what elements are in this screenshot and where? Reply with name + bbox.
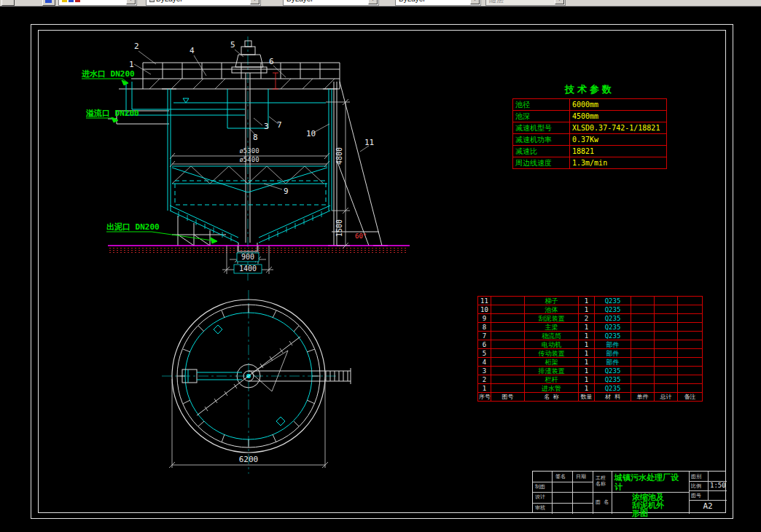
- number-label: 图号: [691, 493, 701, 498]
- sheet-size: A2: [689, 504, 727, 509]
- param-value: 6000mm: [570, 99, 667, 111]
- overflow-label: 溢流口 DN200: [86, 108, 139, 119]
- chevron-down-icon[interactable]: ▼: [126, 0, 136, 4]
- callout-8: 8: [253, 133, 258, 142]
- scale-value: 1:50: [710, 482, 726, 488]
- dim-cone-height: 1500: [335, 219, 343, 237]
- chevron-down-icon[interactable]: ▼: [470, 0, 480, 4]
- table-row: 3排渣装置1Q235: [478, 367, 703, 375]
- toolbar-button[interactable]: [1, 0, 15, 6]
- designer-label: 设计: [535, 494, 545, 500]
- project-name: 城镇污水处理厂设计: [614, 473, 682, 492]
- table-row: 减速机型号XLSD0.37-742-1/18821: [513, 122, 667, 134]
- color-combo[interactable]: ByLayer ▼: [146, 0, 261, 6]
- param-label: 减速机功率: [513, 134, 570, 146]
- tech-parameters-title: 技术参数: [512, 83, 667, 96]
- parts-header-row: 序号图号名 称数量材 料单件总计备注: [478, 393, 703, 402]
- scale-label: 比例: [691, 483, 701, 489]
- make-layer-current-button[interactable]: [42, 0, 55, 6]
- dim-dia-inner: ø5300: [239, 147, 259, 154]
- date-col-label: 日期: [576, 474, 586, 480]
- table-row: 11梯子1Q235: [478, 297, 703, 305]
- param-value: XLSD0.37-742-1/18821: [570, 122, 667, 134]
- table-row: 9刮泥装置2Q235: [478, 314, 703, 323]
- linetype-combo[interactable]: ByLayer ▼: [283, 0, 379, 6]
- layer-state-icon: [62, 0, 67, 2]
- dim-depth-main: 4800: [335, 147, 343, 165]
- table-row: 7稳流筒1Q235: [478, 332, 703, 340]
- table-row: 8主梁1Q235: [478, 323, 703, 332]
- lineweight-combo[interactable]: ByLayer ▼: [395, 0, 481, 6]
- param-value: 1.3m/min: [570, 157, 667, 169]
- linetype-value: ByLayer: [286, 0, 313, 3]
- table-row: 减速机功率0.37Kw: [513, 134, 667, 146]
- color-swatch-icon: [149, 0, 155, 2]
- callout-11: 11: [364, 138, 374, 147]
- chevron-down-icon: ▼: [555, 0, 564, 4]
- drawing-canvas[interactable]: 4800 1500 ø5300 ø5400 900 1400 60° 1 2 3…: [0, 0, 761, 532]
- object-properties-toolbar: ▼ ByLayer ▼ ByLayer ▼ ByLayer ▼ 随层 ▼: [0, 0, 761, 7]
- tech-parameters-panel: 技术参数 池径6000mm 池深4500mm 减速机型号XLSD0.37-742…: [512, 83, 667, 169]
- checker-label: 审核: [535, 505, 545, 511]
- callout-4: 4: [190, 46, 195, 55]
- callout-10: 10: [306, 129, 316, 138]
- param-value: 18821: [570, 146, 667, 157]
- table-row: 周边线速度1.3m/min: [513, 157, 667, 169]
- dim-slope-angle: 60°: [355, 232, 367, 240]
- dim-base-width: 1400: [239, 265, 257, 273]
- table-row: 10池体1Q235: [478, 305, 703, 314]
- category-label: 图别: [691, 474, 701, 480]
- layer-color-icon: [75, 0, 80, 2]
- project-name-label: 工程名称: [596, 475, 610, 487]
- layer-combo[interactable]: ▼: [58, 0, 137, 6]
- param-label: 周边线速度: [513, 157, 570, 169]
- param-value: 0.37Kw: [570, 134, 667, 146]
- inlet-label: 进水口 DN200: [82, 69, 135, 79]
- layer-icon: [45, 0, 52, 3]
- pipe-label-leaders: [82, 79, 217, 243]
- drafter-label: 制图: [535, 484, 545, 490]
- lineweight-value: ByLayer: [399, 0, 426, 3]
- table-row: 4桁架1部件: [478, 358, 703, 367]
- callout-5: 5: [230, 40, 235, 50]
- param-label: 减速机型号: [513, 122, 570, 134]
- plotstyle-value: 随层: [489, 0, 504, 4]
- dim-plan-diameter: 6200: [239, 455, 259, 464]
- tech-parameters-table: 池径6000mm 池深4500mm 减速机型号XLSD0.37-742-1/18…: [512, 98, 667, 169]
- drawing-name: 浓缩池及刮泥机外形图: [632, 493, 666, 517]
- color-value: ByLayer: [156, 0, 183, 3]
- table-row: 池深4500mm: [513, 111, 667, 122]
- table-row: 池径6000mm: [513, 99, 667, 111]
- callout-2: 2: [134, 42, 139, 51]
- table-row: 1进水管1Q235: [478, 384, 703, 393]
- dim-pit-width: 900: [241, 253, 254, 261]
- layer-lock-icon: [69, 0, 74, 2]
- table-row: 2栏杆1Q235: [478, 375, 703, 384]
- callout-3: 3: [264, 122, 269, 131]
- sludge-label: 出泥口 DN200: [106, 222, 160, 232]
- parts-list-panel: 11梯子1Q235 10池体1Q235 9刮泥装置2Q235 8主梁1Q235 …: [477, 296, 703, 402]
- drawing-name-label: 图 名: [596, 499, 609, 505]
- param-label: 减速比: [513, 146, 570, 157]
- cad-application-window: ▼ ByLayer ▼ ByLayer ▼ ByLayer ▼ 随层 ▼: [0, 0, 761, 532]
- callout-6: 6: [269, 57, 274, 66]
- callout-7: 7: [277, 120, 282, 130]
- dim-dia-outer: ø5400: [239, 156, 259, 163]
- plotstyle-combo: 随层 ▼: [485, 0, 566, 6]
- chevron-down-icon[interactable]: ▼: [368, 0, 378, 4]
- table-row: 6电动机1部件: [478, 340, 703, 349]
- level-mark: [273, 73, 278, 89]
- param-label: 池深: [513, 111, 570, 122]
- callout-9: 9: [284, 187, 289, 196]
- param-value: 4500mm: [570, 111, 667, 122]
- table-row: 减速比18821: [513, 146, 667, 157]
- param-label: 池径: [513, 99, 570, 111]
- title-block: 签名 日期 制图 设计 审核 工程名称 图 名 城镇污水处理厂设计 浓缩池及刮泥…: [532, 471, 726, 513]
- sign-col-label: 签名: [555, 474, 566, 480]
- parts-list-table: 11梯子1Q235 10池体1Q235 9刮泥装置2Q235 8主梁1Q235 …: [477, 296, 703, 402]
- table-row: 5传动装置1部件: [478, 349, 703, 358]
- chevron-down-icon[interactable]: ▼: [250, 0, 259, 4]
- ground-hatch: [109, 249, 408, 253]
